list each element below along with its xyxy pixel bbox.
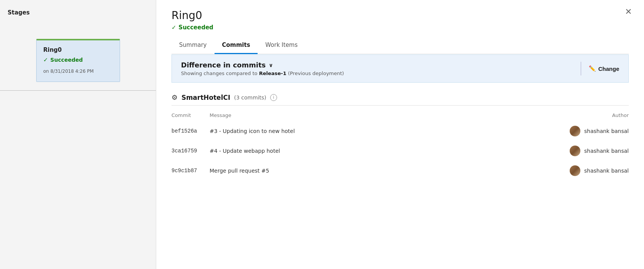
- avatar: [570, 126, 580, 136]
- change-button[interactable]: ✏️ Change: [589, 65, 619, 72]
- diff-title: Difference in commits ∨: [181, 61, 573, 69]
- panel-status: ✓ Succeeded: [171, 24, 629, 31]
- tab-work-items[interactable]: Work Items: [258, 37, 305, 54]
- author-cell: shashank bansal: [457, 161, 629, 181]
- avatar: [570, 146, 580, 156]
- close-button[interactable]: ✕: [622, 6, 635, 18]
- stage-card[interactable]: Ring0 ✓ Succeeded on 8/31/2018 4:26 PM: [36, 39, 120, 82]
- repo-header: ⚙️ SmartHotelCI (3 commits) i: [171, 93, 629, 106]
- stage-card-wrapper: Ring0 ✓ Succeeded on 8/31/2018 4:26 PM: [8, 39, 148, 82]
- repo-icon: ⚙️: [171, 93, 178, 101]
- avatar: [570, 165, 580, 176]
- pencil-icon: ✏️: [589, 65, 596, 72]
- stage-card-status: ✓ Succeeded: [43, 56, 113, 63]
- repo-commits-count: (3 commits): [234, 94, 266, 101]
- tabs-container: Summary Commits Work Items: [171, 37, 629, 54]
- col-author: Author: [457, 109, 629, 121]
- right-panel: ✕ Ring0 ✓ Succeeded Summary Commits Work…: [156, 0, 644, 269]
- commits-table: Commit Message Author bef1526a #3 - Upda…: [171, 109, 629, 181]
- author-name: shashank bansal: [584, 128, 629, 134]
- diff-subtitle: Showing changes compared to Release-1 (P…: [181, 70, 573, 76]
- table-row: 9c9c1b87 Merge pull request #5 shashank …: [171, 161, 629, 181]
- diff-section: Difference in commits ∨ Showing changes …: [171, 54, 629, 83]
- chevron-down-icon[interactable]: ∨: [269, 62, 273, 68]
- commit-hash[interactable]: 3ca16759: [171, 141, 210, 161]
- commit-message: #4 - Update webapp hotel: [210, 141, 457, 161]
- commit-message: #3 - Updating icon to new hotel: [210, 121, 457, 141]
- status-check-icon: ✓: [171, 24, 176, 31]
- col-commit: Commit: [171, 109, 210, 121]
- author-cell: shashank bansal: [457, 121, 629, 141]
- author-name: shashank bansal: [584, 148, 629, 154]
- table-row: bef1526a #3 - Updating icon to new hotel…: [171, 121, 629, 141]
- info-icon[interactable]: i: [270, 94, 277, 101]
- author-name: shashank bansal: [584, 168, 629, 174]
- stage-card-status-label: Succeeded: [50, 57, 83, 63]
- tab-summary[interactable]: Summary: [171, 37, 215, 54]
- commit-hash[interactable]: 9c9c1b87: [171, 161, 210, 181]
- commit-hash[interactable]: bef1526a: [171, 121, 210, 141]
- repo-section: ⚙️ SmartHotelCI (3 commits) i Commit Mes…: [171, 93, 629, 181]
- stage-card-date: on 8/31/2018 4:26 PM: [43, 69, 113, 74]
- diff-divider: [581, 62, 581, 75]
- col-message: Message: [210, 109, 457, 121]
- commit-message: Merge pull request #5: [210, 161, 457, 181]
- stage-card-title: Ring0: [43, 46, 113, 53]
- table-row: 3ca16759 #4 - Update webapp hotel shasha…: [171, 141, 629, 161]
- check-icon: ✓: [43, 56, 48, 63]
- stages-title: Stages: [8, 9, 148, 16]
- connector-line: [0, 90, 156, 91]
- left-panel: Stages Ring0 ✓ Succeeded on 8/31/2018 4:…: [0, 0, 156, 269]
- tab-commits[interactable]: Commits: [215, 37, 258, 54]
- status-label: Succeeded: [179, 24, 213, 31]
- repo-name: SmartHotelCI: [181, 94, 230, 101]
- panel-title: Ring0: [171, 9, 629, 22]
- author-cell: shashank bansal: [457, 141, 629, 161]
